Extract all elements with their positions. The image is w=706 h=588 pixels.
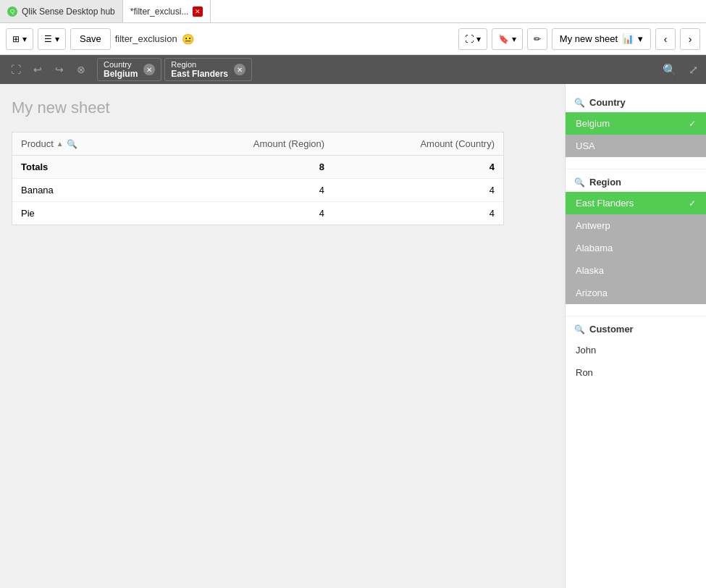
sheet-area: My new sheet Product ▲ 🔍 Amoun xyxy=(0,84,565,588)
sheet-title: My new sheet xyxy=(12,98,553,117)
region-item-alabama[interactable]: Alabama xyxy=(566,237,706,259)
divider-1 xyxy=(566,169,706,169)
tab-close-button[interactable]: ✕ xyxy=(193,7,203,17)
region-item-east-flanders[interactable]: East Flanders ✓ xyxy=(566,192,706,214)
region-filter-close[interactable]: ✕ xyxy=(234,64,245,75)
banana-amount-country: 4 xyxy=(333,179,503,202)
country-filter-chip[interactable]: Country Belgium ✕ xyxy=(97,58,161,81)
clear-filter-icon-button[interactable]: ⊗ xyxy=(71,59,91,80)
check-icon: ✓ xyxy=(689,198,696,209)
region-filter-chip[interactable]: Region East Flanders ✕ xyxy=(164,58,252,81)
bookmark-button[interactable]: 🔖 ▾ xyxy=(492,28,523,50)
pie-amount-country: 4 xyxy=(333,202,503,225)
active-tab[interactable]: *filter_exclusi... ✕ xyxy=(123,0,211,22)
region-search-icon[interactable]: 🔍 xyxy=(574,177,585,188)
prev-sheet-button[interactable]: ‹ xyxy=(655,28,676,50)
region-filter-value: East Flanders xyxy=(171,69,228,79)
hub-tab[interactable]: Q Qlik Sense Desktop hub xyxy=(0,0,123,22)
region-section-header: 🔍 Region xyxy=(566,172,706,192)
save-button[interactable]: Save xyxy=(70,28,111,50)
country-item-belgium[interactable]: Belgium ✓ xyxy=(566,112,706,135)
customer-search-icon[interactable]: 🔍 xyxy=(574,324,585,335)
expand-chevron-icon: ▾ xyxy=(476,34,481,44)
filter-emoji-icon: 😐 xyxy=(182,33,194,45)
sheet-chart-icon: 📊 xyxy=(622,33,634,44)
list-icon: ☰ xyxy=(44,34,52,44)
pencil-button[interactable]: ✏ xyxy=(527,28,547,50)
sort-asc-icon: ▲ xyxy=(56,140,64,148)
undo-icon-button[interactable]: ↩ xyxy=(28,59,48,80)
country-filter-label: Country xyxy=(104,60,138,69)
country-filter-section: 🔍 Country Belgium ✓ USA xyxy=(566,93,706,157)
data-table: Product ▲ 🔍 Amount (Region) Amount (Coun… xyxy=(12,132,504,225)
filter-name: filter_exclusion 😐 xyxy=(115,33,194,45)
chevron-down-icon2: ▾ xyxy=(55,34,59,44)
qlik-logo: Q xyxy=(7,7,17,17)
bookmark-chevron-icon: ▾ xyxy=(512,34,516,44)
title-bar: Q Qlik Sense Desktop hub *filter_exclusi… xyxy=(0,0,706,23)
active-tab-label: *filter_exclusi... xyxy=(130,7,189,17)
customer-filter-section: 🔍 Customer John Ron xyxy=(566,319,706,384)
col-product-header[interactable]: Product ▲ 🔍 xyxy=(12,133,163,156)
col-amount-country-header[interactable]: Amount (Country) xyxy=(333,133,503,156)
country-filter-value: Belgium xyxy=(104,69,138,79)
region-filter-section: 🔍 Region East Flanders ✓ Antwerp Alabama… xyxy=(566,172,706,304)
bookmark-icon: 🔖 xyxy=(498,34,509,44)
country-search-icon[interactable]: 🔍 xyxy=(574,98,585,108)
next-sheet-button[interactable]: › xyxy=(680,28,700,50)
customer-item-ron[interactable]: Ron xyxy=(566,361,706,384)
banana-label: Banana xyxy=(12,179,163,202)
filter-bar: ⛶ ↩ ↪ ⊗ Country Belgium ✕ Region East Fl… xyxy=(0,55,706,84)
next-icon: › xyxy=(689,33,692,45)
region-filter-label: Region xyxy=(171,60,228,69)
pencil-icon: ✏ xyxy=(534,34,541,44)
country-section-header: 🔍 Country xyxy=(566,93,706,112)
table-row: Banana 4 4 xyxy=(12,179,503,202)
right-panel: 🔍 Country Belgium ✓ USA 🔍 Region East Fl… xyxy=(565,84,706,588)
totals-label: Totals xyxy=(12,156,163,179)
customer-section-header: 🔍 Customer xyxy=(566,319,706,339)
list-toggle-button[interactable]: ☰ ▾ xyxy=(38,28,66,50)
table-row: Pie 4 4 xyxy=(12,202,503,225)
country-item-usa[interactable]: USA xyxy=(566,135,706,157)
filter-bar-right: 🔍 ⤢ xyxy=(660,55,703,84)
chevron-down-icon: ▾ xyxy=(22,34,27,44)
toolbar: ⊞ ▾ ☰ ▾ Save filter_exclusion 😐 ⛶ ▾ 🔖 ▾ … xyxy=(0,23,706,55)
region-item-alaska[interactable]: Alaska xyxy=(566,259,706,282)
region-item-antwerp[interactable]: Antwerp xyxy=(566,214,706,237)
country-filter-close[interactable]: ✕ xyxy=(143,64,155,75)
sheet-chevron-icon: ▾ xyxy=(638,33,643,44)
pie-amount-region: 4 xyxy=(163,202,333,225)
product-search-icon[interactable]: 🔍 xyxy=(67,139,77,149)
prev-icon: ‹ xyxy=(664,33,668,45)
filter-icon-group: ⛶ ↩ ↪ ⊗ xyxy=(3,55,94,84)
redo-icon-button[interactable]: ↪ xyxy=(49,59,70,80)
maximize-filter-button[interactable]: ⤢ xyxy=(683,59,703,80)
banana-amount-region: 4 xyxy=(163,179,333,202)
sheet-name-button[interactable]: My new sheet 📊 ▾ xyxy=(552,28,651,50)
col-amount-region-header[interactable]: Amount (Region) xyxy=(163,133,333,156)
content-area: My new sheet Product ▲ 🔍 Amoun xyxy=(0,84,706,588)
grid-icon: ⊞ xyxy=(12,34,20,44)
pie-label: Pie xyxy=(12,202,163,225)
region-item-arizona[interactable]: Arizona xyxy=(566,282,706,304)
layout-toggle-button[interactable]: ⊞ ▾ xyxy=(6,28,33,50)
totals-row: Totals 8 4 xyxy=(12,156,503,179)
select-icon-button[interactable]: ⛶ xyxy=(6,59,26,80)
totals-amount-region: 8 xyxy=(163,156,333,179)
search-filter-button[interactable]: 🔍 xyxy=(660,59,680,80)
check-icon: ✓ xyxy=(689,119,696,129)
divider-2 xyxy=(566,316,706,316)
hub-tab-label: Qlik Sense Desktop hub xyxy=(22,7,115,17)
customer-item-john[interactable]: John xyxy=(566,339,706,361)
expand-icon: ⛶ xyxy=(465,34,474,44)
totals-amount-country: 4 xyxy=(333,156,503,179)
expand-button[interactable]: ⛶ ▾ xyxy=(458,28,487,50)
